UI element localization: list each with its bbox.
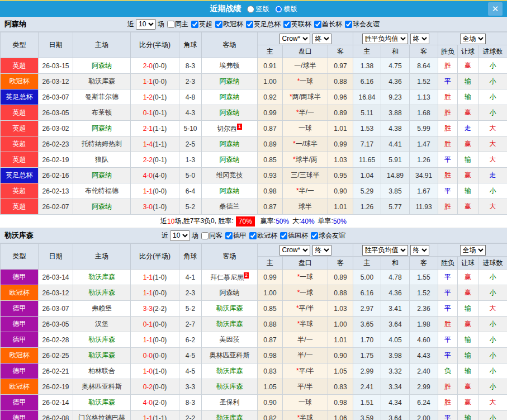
league-4-option[interactable]: 酋长杯 [311,20,342,29]
match-date: 26-02-21 [39,364,73,379]
home-team: 勒沃库森 [73,332,131,348]
euro-home-odds: 1.51 [353,395,381,410]
bookmaker-select[interactable]: Crow* [279,245,310,256]
league-0-option[interactable]: 英超 [188,20,212,29]
result-cell: 平 [438,74,458,89]
table-row: 德甲 26-02-28 勒沃库森 1-1(0-0) 6-2 美因茨 0.87 半… [1,332,507,348]
home-team: 布莱顿 [73,105,131,121]
euro-draw-odds: 3.34 [381,379,410,395]
scope-select[interactable]: 全场 [460,34,486,44]
final-odds-select-2[interactable]: 终 [410,245,429,256]
col-away: 客场 [202,244,258,270]
col-away: 客场 [202,32,258,58]
corner-count: 2-2 [179,410,202,420]
corner-count: 4-5 [179,364,202,379]
asian-away-odds: 0.90 [328,183,353,199]
league-4-checkbox[interactable] [314,21,321,28]
goals-result-cell: 小 [478,105,507,121]
stat-label: 大: [292,216,301,226]
col-asian-handicap: 盘口 [283,257,328,270]
asian-home-odds: 0.90 [258,395,283,410]
col-asian-handicap: 盘口 [283,45,328,58]
layout-radio-vertical[interactable]: 竖版 [244,4,269,14]
league-2-checkbox[interactable] [280,232,287,239]
same-venue-checkbox[interactable] [167,21,174,28]
league-0-checkbox[interactable] [191,21,198,28]
league-2-checkbox[interactable] [246,21,253,28]
league-0-checkbox[interactable] [225,232,233,239]
match-date: 26-02-19 [39,379,73,395]
bookmaker-select[interactable]: Crow* [279,34,310,44]
layout-radio-horizontal[interactable]: 横版 [272,4,297,14]
league-2-option[interactable]: 英足总杯 [243,20,281,29]
away-team: 阿森纳 [202,74,258,89]
odds-type-select[interactable]: 胜平负均值 [362,34,408,44]
goals-result-cell: 小 [478,332,507,348]
away-team: 拜仁慕尼黑2 [202,270,258,285]
asian-home-odds: 0.85 [258,152,283,168]
asian-away-odds: 0.96 [328,89,353,105]
euro-away-odds: 1.47 [410,136,438,152]
vertical-radio[interactable] [247,6,254,13]
final-odds-select[interactable]: 终 [312,245,331,256]
close-button[interactable]: ✕ [488,2,503,16]
recent-label: 近 [127,20,134,29]
league-3-option[interactable]: 英联杯 [281,20,311,29]
asian-away-odds: 1.00 [328,317,353,332]
match-date: 26-02-14 [39,395,73,410]
fulltime-score: 2-0 [143,62,153,70]
horizontal-radio[interactable] [275,6,282,13]
league-3-label: 英联杯 [291,20,311,29]
final-odds-select-2[interactable]: 终 [410,34,429,44]
recent-count-select[interactable]: 10 [170,230,190,241]
match-score: 0-1(0-0) [131,317,179,332]
home-team: 曼斯菲尔德 [73,89,131,105]
league-3-option[interactable]: 球会友谊 [308,231,345,240]
league-1-checkbox[interactable] [215,21,222,28]
home-team: 阿森纳 [73,199,131,215]
league-1-option[interactable]: 欧冠杯 [247,231,277,240]
halftime-score: (0-0) [153,62,167,70]
league-1-checkbox[interactable] [249,232,257,239]
home-team: 奥林匹亚科斯 [73,379,131,395]
league-3-checkbox[interactable] [283,21,291,28]
league-5-option[interactable]: 球会友谊 [342,20,380,29]
table-row: 英超 26-03-05 布莱顿 0-1(0-1) 4-3 阿森纳 0.99 *半… [1,105,507,121]
away-team: 奥林匹亚科斯 [202,348,258,364]
scope-select[interactable]: 全场 [460,245,486,256]
corner-count: 4-5 [179,348,202,364]
corner-count: 5-10 [179,121,202,136]
match-date: 26-02-07 [39,199,73,215]
league-2-option[interactable]: 德国杯 [277,231,308,240]
euro-draw-odds: 4.38 [381,121,410,136]
league-1-option[interactable]: 欧冠杯 [212,20,243,29]
corner-count: 2-5 [179,136,202,152]
table-row: 欧冠杯 26-02-19 奥林匹亚科斯 0-2(0-0) 3-3 勒沃库森 1.… [1,379,507,395]
odds-type-select[interactable]: 胜平负均值 [362,245,408,256]
table-row: 英超 26-03-15 阿森纳 2-0(0-0) 8-3 埃弗顿 0.91 一/… [1,58,507,74]
euro-draw-odds: 3.98 [381,348,410,364]
match-score: 1-0(1-0) [131,364,179,379]
final-odds-select[interactable]: 终 [312,34,331,44]
league-0-option[interactable]: 德甲 [222,231,247,240]
asian-away-odds: 0.95 [328,168,353,183]
table-row: 欧冠杯 26-02-25 勒沃库森 0-0(0-0) 4-5 奥林匹亚科斯 0.… [1,348,507,364]
euro-home-odds: 2.99 [353,364,381,379]
away-team: 阿森纳 [202,183,258,199]
summary-near: 近 [160,216,167,226]
euro-away-odds: 1.52 [410,285,438,301]
same-venue-checkbox[interactable] [201,232,209,239]
league-5-checkbox[interactable] [345,21,352,28]
halftime-score: (2-2) [153,305,167,313]
asian-handicap: 球半 [283,199,328,215]
league-3-checkbox[interactable] [311,232,318,239]
same-venue-option[interactable]: 同客 [198,231,222,240]
competition-badge: 英超 [1,152,38,167]
recent-count-select[interactable]: 10 [136,19,156,30]
halftime-score: (1-0) [153,273,167,281]
euro-draw-odds: 4.75 [381,58,410,74]
handicap-result-cell: 走 [458,121,478,136]
same-venue-option[interactable]: 同主 [164,20,188,29]
match-date: 26-03-14 [39,270,73,285]
asian-home-odds: 0.82 [258,410,283,420]
